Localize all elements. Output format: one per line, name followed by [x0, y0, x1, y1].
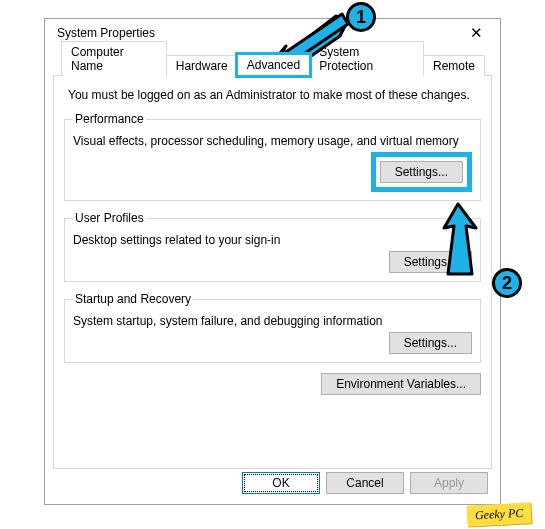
startup-recovery-settings-button[interactable]: Settings... — [389, 332, 472, 354]
annotation-step-1: 1 — [346, 2, 376, 32]
environment-variables-button[interactable]: Environment Variables... — [321, 373, 481, 395]
performance-legend: Performance — [73, 112, 146, 126]
startup-recovery-group: Startup and Recovery System startup, sys… — [64, 292, 481, 363]
annotation-step-1-label: 1 — [356, 7, 366, 28]
annotation-step-2: 2 — [492, 268, 522, 298]
tab-advanced[interactable]: Advanced — [237, 54, 310, 76]
tabstrip: Computer Name Hardware Advanced System P… — [53, 52, 492, 76]
startup-recovery-desc: System startup, system failure, and debu… — [73, 314, 472, 328]
performance-settings-button[interactable]: Settings... — [380, 161, 463, 183]
admin-notice: You must be logged on as an Administrato… — [68, 88, 481, 102]
watermark-label: Geeky PC — [466, 502, 531, 526]
dialog-buttons: OK Cancel Apply — [242, 472, 488, 494]
performance-desc: Visual effects, processor scheduling, me… — [73, 134, 472, 148]
tab-computer-name[interactable]: Computer Name — [61, 41, 167, 76]
arrow-2-icon — [430, 200, 490, 280]
user-profiles-group: User Profiles Desktop settings related t… — [64, 211, 481, 282]
annotation-step-2-label: 2 — [502, 273, 512, 294]
performance-settings-highlight: Settings... — [371, 152, 472, 192]
advanced-panel: You must be logged on as an Administrato… — [53, 76, 492, 469]
apply-button[interactable]: Apply — [410, 472, 488, 494]
ok-button[interactable]: OK — [242, 472, 320, 494]
tab-remote[interactable]: Remote — [423, 55, 485, 76]
tab-hardware[interactable]: Hardware — [166, 55, 238, 76]
cancel-button[interactable]: Cancel — [326, 472, 404, 494]
user-profiles-desc: Desktop settings related to your sign-in — [73, 233, 472, 247]
window-title: System Properties — [57, 26, 155, 40]
startup-recovery-legend: Startup and Recovery — [73, 292, 193, 306]
user-profiles-legend: User Profiles — [73, 211, 146, 225]
performance-group: Performance Visual effects, processor sc… — [64, 112, 481, 201]
svg-marker-3 — [444, 204, 476, 274]
watermark: Geeky PC — [466, 502, 531, 526]
close-icon[interactable]: ✕ — [462, 25, 490, 40]
